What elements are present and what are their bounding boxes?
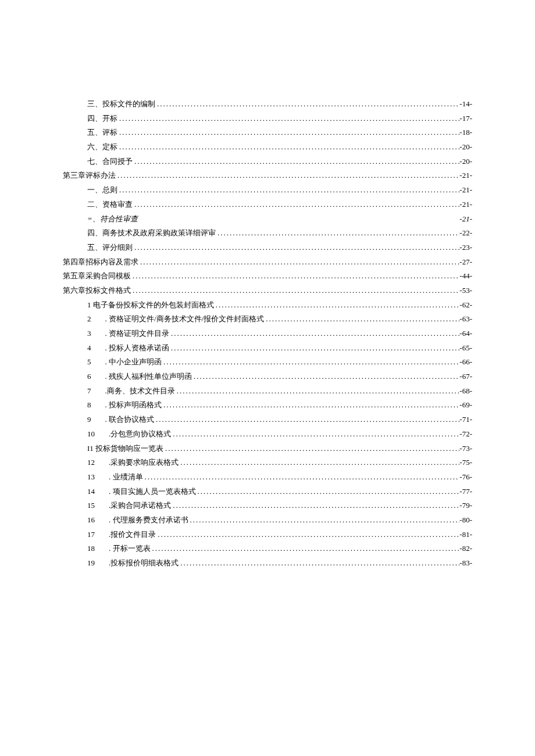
toc-entry-label: . 资格证明文件/商务技术文件/报价文件封面格式 xyxy=(105,314,265,324)
toc-entry-number: 19 xyxy=(87,558,95,568)
toc-entry-page: -64- xyxy=(459,328,472,339)
toc-entry-number: 3 xyxy=(87,328,91,339)
toc-entry: 10.分包意向协议格式-72- xyxy=(63,429,472,439)
toc-entry-page: -73- xyxy=(459,443,472,454)
toc-entry-label: 第三章评标办法 xyxy=(63,170,116,181)
toc-entry-page: -21- xyxy=(459,199,472,210)
toc-entry-label: 第六章投标文件格式 xyxy=(63,285,131,296)
toc-entry-page: -79- xyxy=(459,500,472,511)
toc-entry-page: -72- xyxy=(459,429,472,439)
toc-entry-page: -76- xyxy=(459,472,472,482)
toc-leader-dots xyxy=(151,543,460,554)
toc-entry: 1 电子备份投标文件的外包装封面格式-62- xyxy=(63,300,472,310)
toc-entry: 14. 项目实施人员一览表格式-77- xyxy=(63,486,472,497)
toc-entry: 2. 资格证明文件/商务技术文件/报价文件封面格式-63- xyxy=(63,314,472,324)
toc-entry-label: . 投标声明函格式 xyxy=(105,400,162,410)
toc-leader-dots xyxy=(169,328,459,339)
toc-leader-dots xyxy=(138,257,459,267)
toc-leader-dots xyxy=(156,529,459,540)
toc-entry-label: .商务、技术文件目录 xyxy=(105,386,175,396)
toc-entry: 13. 业绩清单-76- xyxy=(63,472,472,482)
toc-entry-label: . 中小企业声明函 xyxy=(105,357,162,367)
toc-entry-page: -83- xyxy=(459,558,472,568)
toc-entry-page: -17- xyxy=(459,113,472,124)
toc-entry-label: 1 电子备份投标文件的外包装封面格式 xyxy=(87,300,214,310)
toc-leader-dots xyxy=(133,199,459,210)
toc-leader-dots xyxy=(117,185,459,195)
toc-entry-label: .采购要求响应表格式 xyxy=(109,457,179,468)
toc-entry: 第四章招标内容及需求-27- xyxy=(63,257,472,267)
toc-entry-number: 4 xyxy=(87,343,91,353)
toc-entry: I1 投标货物响应一览表-73- xyxy=(63,443,472,454)
toc-leader-dots xyxy=(143,472,460,482)
toc-entry-number: 12 xyxy=(87,457,95,468)
toc-entry: 4. 投标人资格承诺函-65- xyxy=(63,343,472,353)
toc-leader-dots xyxy=(162,400,459,410)
toc-entry-page: -44- xyxy=(459,271,472,281)
toc-leader-dots xyxy=(179,558,459,568)
toc-entry: 四、商务技术及政府采购政策详细评审-22- xyxy=(63,228,472,238)
toc-entry: 三、投标文件的编制-14- xyxy=(63,99,472,109)
toc-entry-number: 14 xyxy=(87,486,95,497)
toc-leader-dots xyxy=(175,386,460,396)
toc-leader-dots xyxy=(133,242,459,253)
toc-entry-label: 四、商务技术及政府采购政策详细评审 xyxy=(87,228,216,238)
toc-entry-label: . 项目实施人员一览表格式 xyxy=(109,486,196,497)
toc-entry-label: 五、评标 xyxy=(87,127,117,138)
toc-entry-label: 第四章招标内容及需求 xyxy=(63,257,138,267)
toc-entry: 五、评分细则-23- xyxy=(63,242,472,253)
toc-entry-label: 一、总则 xyxy=(87,185,117,195)
toc-leader-dots xyxy=(163,443,459,454)
toc-entry-label: I1 投标货物响应一览表 xyxy=(87,443,163,454)
toc-entry-page: -21- xyxy=(459,185,472,195)
toc-entry-label: 五、评分细则 xyxy=(87,242,133,253)
table-of-contents: 三、投标文件的编制-14-四、开标-17-五、评标-18-六、定标-20-七、合… xyxy=(63,99,472,568)
toc-entry-number: 7 xyxy=(87,386,91,396)
toc-entry-page: -68- xyxy=(459,386,472,396)
toc-entry-number: 8 xyxy=(87,400,91,410)
toc-leader-dots xyxy=(131,285,459,296)
toc-entry-label: 第五章采购合同模板 xyxy=(63,271,131,281)
toc-leader-dots xyxy=(162,357,459,367)
toc-entry: 第六章投标文件格式-53- xyxy=(63,285,472,296)
toc-entry: 6. 残疾人福利性单位声明函-67- xyxy=(63,371,472,382)
toc-entry-label: 三、投标文件的编制 xyxy=(87,99,155,109)
toc-entry-label: . 联合协议格式 xyxy=(105,414,155,425)
toc-entry: 一、总则-21- xyxy=(63,185,472,195)
toc-entry-page: -20- xyxy=(459,156,472,167)
toc-entry-label: 七、合同授予 xyxy=(87,156,133,167)
toc-entry: 8. 投标声明函格式-69- xyxy=(63,400,472,410)
toc-entry-page: -75- xyxy=(459,457,472,468)
toc-entry-page: -66- xyxy=(459,357,472,367)
toc-entry-label: . 代理服务费支付承诺书 xyxy=(109,515,188,525)
toc-entry-label: 二、资格审查 xyxy=(87,199,133,210)
toc-entry: 五、评标-18- xyxy=(63,127,472,138)
toc-entry-number: 2 xyxy=(87,314,91,324)
toc-entry-page: -62- xyxy=(459,300,472,310)
toc-leader-dots xyxy=(117,142,459,152)
toc-leader-dots xyxy=(171,500,459,511)
toc-entry: 5. 中小企业声明函-66- xyxy=(63,357,472,367)
toc-entry-number: 10 xyxy=(87,429,95,439)
toc-leader-dots xyxy=(171,429,459,439)
toc-entry-page: -82- xyxy=(459,543,472,554)
toc-entry: 四、开标-17- xyxy=(63,113,472,124)
toc-leader-dots xyxy=(179,457,459,468)
toc-entry-label: .分包意向协议格式 xyxy=(109,429,171,439)
toc-entry: 18. 开标一览表-82- xyxy=(63,543,472,554)
toc-entry-page: -18- xyxy=(459,127,472,138)
toc-entry: 二、资格审查-21- xyxy=(63,199,472,210)
toc-entry-page: -23- xyxy=(459,242,472,253)
toc-leader-dots xyxy=(116,170,459,181)
toc-entry-page: -81- xyxy=(459,529,472,540)
toc-entry-number: 13 xyxy=(87,472,95,482)
toc-entry: =、符合性审查-21- xyxy=(63,214,472,224)
toc-leader-dots xyxy=(133,156,459,167)
toc-leader-dots xyxy=(155,99,459,109)
toc-entry: 16. 代理服务费支付承诺书-80- xyxy=(63,515,472,525)
toc-entry: 15.采购合同承诺格式-79- xyxy=(63,500,472,511)
toc-entry: 六、定标-20- xyxy=(63,142,472,152)
toc-entry-label: . 残疾人福利性单位声明函 xyxy=(105,371,192,382)
toc-entry-label: .报价文件目录 xyxy=(109,529,156,540)
toc-entry-label: .投标报价明细表格式 xyxy=(109,558,179,568)
